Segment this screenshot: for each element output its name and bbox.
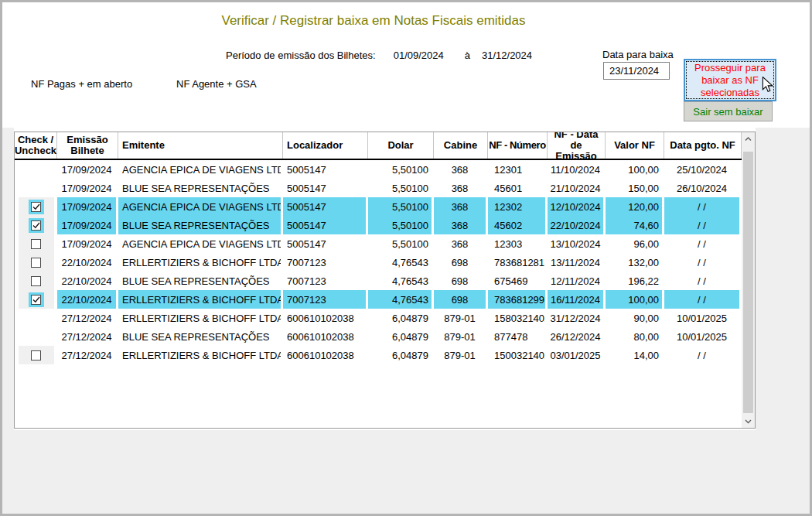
table-cell: 196,22 <box>606 272 664 290</box>
checkbox-cell <box>15 327 57 346</box>
table-cell: 5005147 <box>283 179 368 197</box>
column-header[interactable]: Valor NF <box>606 132 664 159</box>
table-row[interactable]: 27/12/2024ERLLERTIZIERS & BICHOFF LTDA.6… <box>15 309 742 327</box>
app-window: Verificar / Registrar baixa em Notas Fis… <box>0 0 812 516</box>
row-checkbox[interactable] <box>31 202 41 212</box>
table-cell: 17/09/2024 <box>57 216 118 234</box>
table-cell: AGENCIA EPICA DE VIAGENS LTDA. <box>118 160 283 179</box>
table-cell: 31/12/2024 <box>548 309 606 327</box>
table-row[interactable]: 17/09/2024AGENCIA EPICA DE VIAGENS LTDA.… <box>15 160 742 179</box>
period-row: Período de emissão dos Bilhetes:01/09/20… <box>226 50 532 61</box>
table-cell: BLUE SEA REPRESENTAÇÕES <box>118 272 283 290</box>
column-header[interactable]: Check / Uncheck <box>15 132 57 159</box>
option-nf-pagas-label[interactable]: NF Pagas + em aberto <box>31 78 132 90</box>
table-cell: 879-01 <box>434 309 488 327</box>
table-row[interactable]: 22/10/2024ERLLERTIZIERS & BICHOFF LTDA.7… <box>15 290 742 309</box>
table-cell: BLUE SEA REPRESENTAÇÕES <box>118 216 283 234</box>
table-row[interactable]: 17/09/2024AGENCIA EPICA DE VIAGENS LTDA.… <box>15 234 742 253</box>
table-cell: 5005147 <box>283 197 368 216</box>
table-cell: ERLLERTIZIERS & BICHOFF LTDA. <box>118 290 283 309</box>
row-checkbox[interactable] <box>31 276 41 286</box>
table-row[interactable]: 27/12/2024BLUE SEA REPRESENTAÇÕES6006101… <box>15 327 742 346</box>
row-checkbox[interactable] <box>31 239 41 249</box>
payoff-date-label: Data para baixa <box>602 49 674 60</box>
column-header[interactable]: NF - Data de Emissão <box>548 132 606 159</box>
table-cell: 368 <box>434 197 488 216</box>
row-checkbox[interactable] <box>31 350 41 361</box>
option-nf-agente-label[interactable]: NF Agente + GSA <box>176 78 257 90</box>
row-checkbox[interactable] <box>31 295 41 305</box>
table-cell: 12/11/2024 <box>548 272 606 290</box>
row-checkbox[interactable] <box>31 258 41 268</box>
table-cell: 21/10/2024 <box>548 179 606 197</box>
table-cell: 100,00 <box>606 160 664 179</box>
period-separator: à <box>465 50 470 61</box>
checkbox-highlight <box>29 292 44 307</box>
table-row[interactable]: 17/09/2024AGENCIA EPICA DE VIAGENS LTDA.… <box>15 197 742 216</box>
table-cell: AGENCIA EPICA DE VIAGENS LTDA. <box>118 197 283 216</box>
period-start-date: 01/09/2024 <box>394 50 444 61</box>
column-header[interactable]: Emitente <box>118 132 283 159</box>
table-cell: / / <box>664 197 742 216</box>
table-cell: 132,00 <box>606 253 664 272</box>
proceed-button[interactable]: Prosseguir para baixar as NF selecionada… <box>684 59 776 101</box>
table-cell: 1580321401 <box>488 309 548 327</box>
row-checkbox[interactable] <box>31 220 41 231</box>
payoff-date-input[interactable] <box>603 62 670 80</box>
table-cell: 45601 <box>488 179 548 197</box>
scroll-up-icon[interactable] <box>742 132 755 145</box>
bottom-panel <box>2 430 810 514</box>
checkbox-strip <box>19 290 54 309</box>
column-header[interactable]: Emissão Bilhete <box>57 132 118 159</box>
table-cell: 6,04879 <box>368 327 434 346</box>
table-cell: / / <box>664 253 742 272</box>
table-cell: 22/10/2024 <box>57 290 118 309</box>
table-cell: 7007123 <box>283 272 368 290</box>
table-cell: 368 <box>434 216 488 234</box>
table-row[interactable]: 17/09/2024BLUE SEA REPRESENTAÇÕES5005147… <box>15 179 742 197</box>
scroll-down-icon[interactable] <box>742 415 755 428</box>
table-header-row: Check / UncheckEmissão BilheteEmitenteLo… <box>15 132 742 160</box>
column-header[interactable]: Data pgto. NF <box>664 132 742 159</box>
table-cell: 10/01/2025 <box>664 327 742 346</box>
invoices-table: Check / UncheckEmissão BilheteEmitenteLo… <box>14 132 756 429</box>
scrollbar-thumb[interactable] <box>743 152 753 413</box>
table-cell: 22/10/2024 <box>57 272 118 290</box>
table-cell: 5,50100 <box>368 197 434 216</box>
table-cell: 5005147 <box>283 234 368 253</box>
table-row[interactable]: 17/09/2024BLUE SEA REPRESENTAÇÕES5005147… <box>15 216 742 234</box>
table-cell: 879-01 <box>434 327 488 346</box>
checkbox-cell <box>15 197 57 216</box>
table-cell: 7007123 <box>283 253 368 272</box>
table-row[interactable]: 22/10/2024BLUE SEA REPRESENTAÇÕES7007123… <box>15 272 742 290</box>
vertical-scrollbar[interactable] <box>742 132 755 428</box>
checkbox-strip <box>19 346 54 364</box>
table-row[interactable]: 27/12/2024ERLLERTIZIERS & BICHOFF LTDA.6… <box>15 346 742 364</box>
column-header[interactable]: Dolar <box>368 132 434 159</box>
checkbox-cell <box>15 216 57 234</box>
table-cell: 877478 <box>488 327 548 346</box>
checkbox-strip <box>19 216 54 234</box>
table-cell: 783681281 <box>488 253 548 272</box>
checkbox-cell <box>15 272 57 290</box>
checkbox-cell <box>15 346 57 364</box>
table-cell: BLUE SEA REPRESENTAÇÕES <box>118 327 283 346</box>
table-row[interactable]: 22/10/2024ERLLERTIZIERS & BICHOFF LTDA.7… <box>15 253 742 272</box>
table-cell: 22/10/2024 <box>57 253 118 272</box>
table-cell: 698 <box>434 272 488 290</box>
checkbox-strip <box>19 234 54 253</box>
table-cell: 17/09/2024 <box>57 179 118 197</box>
column-header[interactable]: Cabine <box>434 132 488 159</box>
table-cell: 27/12/2024 <box>57 309 118 327</box>
table-cell: 120,00 <box>606 197 664 216</box>
table-cell: BLUE SEA REPRESENTAÇÕES <box>118 179 283 197</box>
table-cell: 150,00 <box>606 179 664 197</box>
column-header[interactable]: NF - Número <box>488 132 548 159</box>
column-header[interactable]: Localizador <box>283 132 368 159</box>
left-gutter <box>2 128 14 430</box>
table-cell: 368 <box>434 160 488 179</box>
table-cell: 17/09/2024 <box>57 234 118 253</box>
table-cell: ERLLERTIZIERS & BICHOFF LTDA. <box>118 253 283 272</box>
checkbox-highlight <box>29 218 44 233</box>
exit-button[interactable]: Sair sem baixar <box>684 101 773 121</box>
